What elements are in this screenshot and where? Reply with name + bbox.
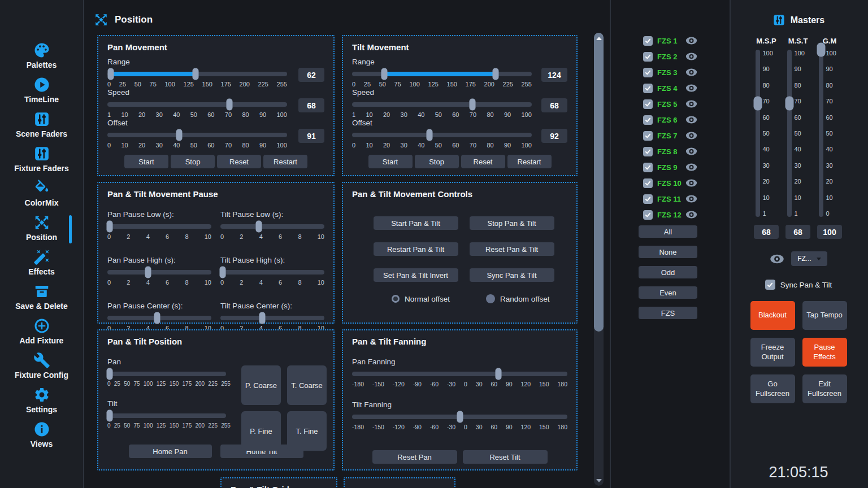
fzs-checkbox[interactable] — [643, 147, 653, 156]
eye-icon[interactable] — [685, 100, 697, 108]
tilt-fanning-slider[interactable] — [352, 411, 567, 422]
eye-icon[interactable] — [685, 37, 697, 45]
slider-thumb[interactable] — [426, 129, 432, 141]
sidebar-item-settings[interactable]: Settings — [0, 386, 83, 421]
slider-track[interactable] — [220, 316, 324, 320]
slider-thumb[interactable] — [107, 410, 113, 422]
sidebar-item-add-fixture[interactable]: Add Fixture — [0, 317, 83, 352]
tilt-reset-button[interactable]: Reset — [461, 155, 505, 168]
pan-speed-slider[interactable] — [107, 98, 287, 110]
eye-icon[interactable] — [685, 53, 697, 60]
tilt-fine-button[interactable]: T. Fine — [287, 411, 327, 451]
sidebar-item-save-delete[interactable]: Save & Delete — [0, 283, 83, 317]
slider-track[interactable] — [107, 133, 287, 137]
tilt-start-button[interactable]: Start — [368, 155, 413, 168]
scroll-down-icon[interactable] — [596, 479, 602, 482]
slider-thumb[interactable] — [106, 221, 112, 233]
slider-track[interactable] — [352, 133, 532, 137]
stop-pan-tilt-button[interactable]: Stop Pan & Tilt — [470, 216, 554, 230]
sidebar-item-scene-faders[interactable]: Scene Faders — [0, 111, 83, 145]
tilt-offset-slider[interactable] — [352, 129, 532, 141]
eye-icon[interactable] — [685, 116, 697, 124]
freeze-output-button[interactable]: Freeze Output — [750, 338, 795, 367]
pan-position-slider[interactable] — [107, 368, 226, 380]
go-fullscreen-button[interactable]: Go Fullscreen — [750, 374, 795, 403]
home-pan-button[interactable]: Home Pan — [129, 445, 212, 458]
pan-pause-center-slider[interactable] — [107, 312, 211, 324]
eye-icon[interactable] — [685, 132, 697, 140]
tilt-pause-center-slider[interactable] — [220, 312, 324, 324]
sidebar-item-palettes[interactable]: Palettes — [0, 42, 83, 76]
slider-track[interactable] — [107, 372, 226, 376]
pan-reset-button[interactable]: Reset — [217, 155, 261, 168]
fzs-checkbox[interactable] — [643, 68, 653, 77]
slider-track[interactable] — [107, 270, 211, 274]
sidebar-item-position[interactable]: Position — [0, 214, 83, 249]
set-pan-tilt-invert-button[interactable]: Set Pan & Tilt Invert — [374, 268, 458, 282]
slider-thumb-high[interactable] — [493, 68, 499, 80]
slider-thumb[interactable] — [107, 368, 113, 380]
fzs-checkbox[interactable] — [643, 115, 653, 125]
vertical-scrollbar[interactable] — [594, 33, 604, 486]
slider-track[interactable] — [107, 102, 287, 107]
select-all-button[interactable]: All — [639, 225, 697, 238]
fader-thumb[interactable] — [785, 96, 793, 110]
fixture-select-dropdown[interactable]: FZ... — [791, 251, 827, 266]
slider-thumb-low[interactable] — [381, 68, 388, 80]
pan-fanning-slider[interactable] — [352, 368, 567, 380]
reset-pan-tilt-button[interactable]: Reset Pan & Tilt — [470, 242, 554, 256]
sync-pan-tilt-checkbox[interactable] — [765, 280, 775, 290]
normal-offset-radio[interactable]: Normal offset — [392, 294, 450, 303]
fzs-checkbox[interactable] — [643, 178, 653, 188]
pan-coarse-button[interactable]: P. Coarse — [241, 365, 281, 405]
eye-icon[interactable] — [685, 84, 697, 92]
pan-range-slider[interactable] — [107, 68, 287, 80]
reset-pan-button[interactable]: Reset Pan — [372, 450, 457, 464]
pan-stop-button[interactable]: Stop — [171, 155, 215, 168]
scroll-up-icon[interactable] — [596, 37, 602, 40]
slider-track[interactable] — [352, 102, 532, 107]
gm-fader[interactable] — [819, 50, 823, 217]
slider-thumb-low[interactable] — [108, 68, 114, 80]
reset-tilt-button[interactable]: Reset Tilt — [463, 450, 548, 464]
slider-track[interactable] — [107, 413, 226, 418]
slider-thumb[interactable] — [470, 99, 476, 111]
fzs-checkbox[interactable] — [643, 194, 653, 204]
fzs-checkbox[interactable] — [643, 210, 653, 220]
slider-track[interactable] — [220, 270, 324, 274]
tilt-pause-high-slider[interactable] — [220, 266, 324, 278]
slider-thumb[interactable] — [176, 129, 183, 141]
radio-icon[interactable] — [486, 294, 495, 303]
blackout-button[interactable]: Blackout — [750, 301, 795, 330]
eye-icon[interactable] — [685, 147, 697, 155]
fzs-checkbox[interactable] — [643, 131, 653, 141]
radio-icon[interactable] — [393, 297, 398, 301]
tilt-stop-button[interactable]: Stop — [415, 155, 459, 168]
slider-thumb[interactable] — [259, 312, 265, 324]
slider-thumb[interactable] — [496, 368, 502, 380]
slider-track[interactable] — [220, 224, 324, 229]
fzs-checkbox[interactable] — [643, 84, 653, 93]
tilt-range-slider[interactable] — [352, 68, 532, 80]
slider-thumb[interactable] — [219, 267, 225, 278]
exit-fullscreen-button[interactable]: Exit Fullscreen — [802, 374, 847, 403]
tap-tempo-button[interactable]: Tap Tempo — [802, 301, 847, 330]
sidebar-item-colormix[interactable]: ColorMix — [0, 180, 83, 214]
eye-icon[interactable] — [685, 211, 697, 219]
slider-thumb-high[interactable] — [192, 68, 198, 80]
sidebar-item-fixture-faders[interactable]: Fixture Faders — [0, 145, 83, 180]
fzs-checkbox[interactable] — [643, 36, 653, 46]
pan-pause-high-slider[interactable] — [107, 266, 211, 278]
slider-track[interactable] — [107, 224, 211, 229]
tilt-position-slider[interactable] — [107, 409, 226, 421]
pan-fine-button[interactable]: P. Fine — [241, 411, 281, 451]
random-offset-radio[interactable]: Random offset — [486, 294, 550, 303]
tilt-restart-button[interactable]: Restart — [507, 155, 552, 168]
fzs-checkbox[interactable] — [643, 163, 653, 172]
tilt-pause-low-slider[interactable] — [220, 220, 324, 232]
restart-pan-tilt-button[interactable]: Restart Pan & Tilt — [374, 242, 458, 256]
eye-icon[interactable] — [685, 179, 697, 187]
slider-track[interactable] — [352, 372, 567, 376]
select-none-button[interactable]: None — [639, 246, 697, 258]
slider-thumb[interactable] — [145, 267, 151, 278]
